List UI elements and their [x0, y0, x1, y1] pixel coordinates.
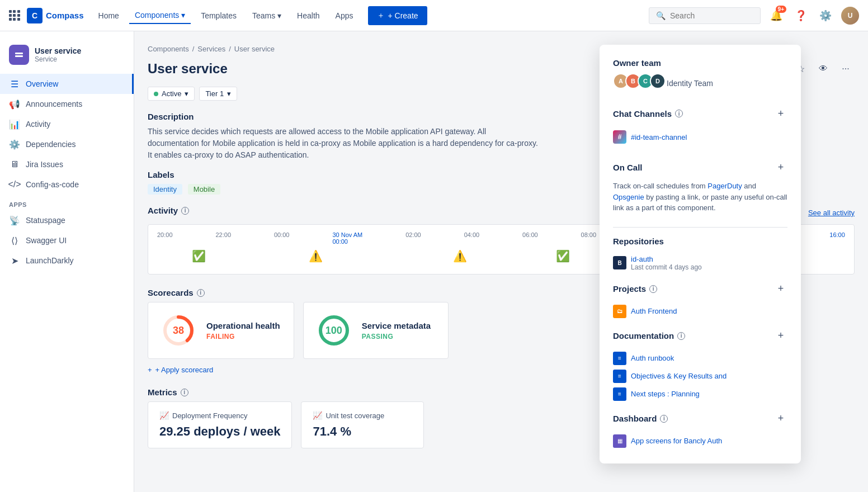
sidebar-item-dependencies-label: Dependencies [26, 140, 76, 149]
nav-logo[interactable]: C Compass [27, 8, 84, 23]
user-avatar[interactable]: U [841, 7, 859, 25]
projects-add-btn[interactable]: + [774, 282, 787, 296]
metrics-info-icon[interactable]: i [181, 389, 188, 396]
sidebar-item-announcements[interactable]: 📢 Announcements [0, 94, 134, 114]
label-identity[interactable]: Identity [148, 184, 182, 195]
popup-docs-section: Documentation i + ≡ Auth runbook ≡ Objec… [613, 329, 787, 403]
search-input[interactable] [670, 11, 753, 20]
status-badge-active[interactable]: Active ▾ [148, 87, 195, 101]
nav-grid-icon[interactable] [9, 10, 20, 21]
settings-button[interactable]: ⚙️ [817, 7, 834, 25]
scorecard-score-operational: 38 [173, 325, 184, 337]
time-12: 16:00 [829, 231, 845, 245]
activity-info-icon[interactable]: i [181, 207, 189, 215]
sidebar-service-icon [9, 45, 29, 65]
project-icon: 🗂 [613, 305, 626, 318]
scorecard-circle-metadata: 100 [317, 314, 351, 347]
doc-name-1[interactable]: Auth runbook [631, 354, 674, 362]
metric-deployment-value: 29.25 deploys / week [159, 424, 280, 439]
repo-header: Repositories [613, 236, 787, 246]
projects-info-icon[interactable]: i [649, 285, 657, 293]
docs-info-icon[interactable]: i [677, 332, 685, 340]
time-3: 00:00 [274, 231, 290, 245]
on-call-text: Track on-call schedules from PagerDuty a… [613, 181, 787, 214]
popup-owner-section: Owner team A B C D Identity Team [613, 58, 787, 93]
nav-templates[interactable]: Templates [195, 8, 242, 23]
search-icon: 🔍 [656, 11, 666, 20]
indicator-4: ✅ [556, 249, 570, 263]
sidebar-item-overview[interactable]: ☰ Overview [0, 74, 134, 94]
indicator-2: ⚠️ [309, 249, 323, 263]
nav-apps[interactable]: Apps [330, 8, 359, 23]
channel-name[interactable]: #id-team-channel [631, 133, 687, 141]
breadcrumb-components[interactable]: Components [148, 45, 189, 53]
owner-avatars: A B C D [613, 73, 662, 89]
popup-repo-section: Repositories B id-auth Last commit 4 day… [613, 227, 787, 273]
doc-name-3[interactable]: Next steps : Planning [631, 390, 700, 398]
search-box[interactable]: 🔍 [649, 7, 761, 24]
doc-name-2[interactable]: Objectives & Key Results and [631, 372, 727, 380]
nav-home[interactable]: Home [93, 8, 125, 23]
nav-logo-text: Compass [46, 11, 84, 20]
popup-chat-title: Chat Channels i [613, 109, 683, 119]
status-chevron: ▾ [185, 89, 188, 98]
time-4: 30 Nov AM00:00 [332, 231, 362, 245]
docs-add-btn[interactable]: + [774, 329, 787, 343]
repo-title: Repositories [613, 236, 664, 246]
sidebar-item-activity[interactable]: 📊 Activity [0, 114, 134, 134]
repo-name[interactable]: id-auth [631, 255, 702, 263]
sidebar-subtitle: Service [35, 55, 81, 63]
popup-panel: Owner team A B C D Identity Team Chat Ch… [600, 45, 801, 463]
statuspage-icon: 📡 [9, 215, 20, 226]
avatar-4: D [650, 73, 666, 89]
scorecard-operational: 38 Operational health FAILING [148, 302, 294, 359]
popup-chat-header: Chat Channels i + [613, 107, 787, 120]
metric-unit-header: 📈 Unit test coverage [313, 411, 412, 420]
sidebar-item-activity-label: Activity [26, 120, 50, 129]
dashboard-header: Dashboard i + [613, 412, 787, 425]
apps-section-label: APPS [0, 195, 134, 210]
scorecards-info-icon[interactable]: i [197, 289, 205, 297]
doc-item-1: ≡ Auth runbook [613, 349, 787, 367]
tier-badge[interactable]: Tier 1 ▾ [199, 87, 237, 101]
opsgenie-link[interactable]: Opsgenie [613, 193, 644, 201]
more-button[interactable]: ··· [837, 60, 855, 78]
watch-button[interactable]: 👁 [814, 60, 832, 78]
pagerduty-link[interactable]: PagerDuty [707, 182, 742, 190]
label-mobile[interactable]: Mobile [188, 184, 220, 195]
sidebar-item-config-as-code[interactable]: </> Config-as-code [0, 174, 134, 195]
sidebar-item-swagger[interactable]: ⟨⟩ Swagger UI [0, 230, 134, 250]
sidebar-item-dependencies[interactable]: ⚙️ Dependencies [0, 134, 134, 154]
dashboard-name[interactable]: App screens for Bancly Auth [631, 437, 722, 445]
description-text: This service decides which requests are … [148, 126, 539, 161]
see-all-activity-link[interactable]: See all activity [808, 209, 855, 217]
notifications-button[interactable]: 🔔 9+ [767, 7, 785, 25]
nav-teams[interactable]: Teams ▾ [247, 8, 287, 23]
chat-info-icon[interactable]: i [675, 110, 683, 117]
nav-components[interactable]: Components ▾ [129, 7, 191, 24]
chat-add-button[interactable]: + [774, 107, 787, 120]
help-button[interactable]: ❓ [792, 7, 810, 25]
dashboard-add-btn[interactable]: + [774, 412, 787, 425]
sidebar-item-statuspage[interactable]: 📡 Statuspage [0, 210, 134, 230]
compass-logo-icon: C [27, 8, 43, 23]
tier-label: Tier 1 [205, 89, 224, 98]
chat-channel-item: # #id-team-channel [613, 127, 787, 147]
jira-icon: 🖥 [9, 159, 20, 170]
sidebar-item-launchdarkly[interactable]: ➤ LaunchDarkly [0, 250, 134, 271]
metric-deployment-header: 📈 Deployment Frequency [159, 411, 280, 420]
nav-health[interactable]: Health [291, 8, 325, 23]
oncall-add-button[interactable]: + [774, 160, 787, 174]
time-8: 08:00 [581, 231, 597, 245]
project-name[interactable]: Auth Frontend [631, 307, 677, 315]
sidebar-item-statuspage-label: Statuspage [26, 216, 65, 225]
sidebar-item-overview-label: Overview [26, 79, 58, 88]
sidebar-item-jira-issues[interactable]: 🖥 Jira Issues [0, 154, 134, 174]
breadcrumb-services[interactable]: Services [197, 45, 225, 53]
dashboard-info-icon[interactable]: i [660, 415, 668, 423]
swagger-icon: ⟨⟩ [9, 235, 20, 246]
repo-meta: Last commit 4 days ago [631, 263, 702, 271]
popup-chat-section: Chat Channels i + # #id-team-channel [613, 107, 787, 147]
create-button[interactable]: ＋ + Create [368, 6, 427, 25]
sidebar-header: User service Service [0, 40, 134, 74]
